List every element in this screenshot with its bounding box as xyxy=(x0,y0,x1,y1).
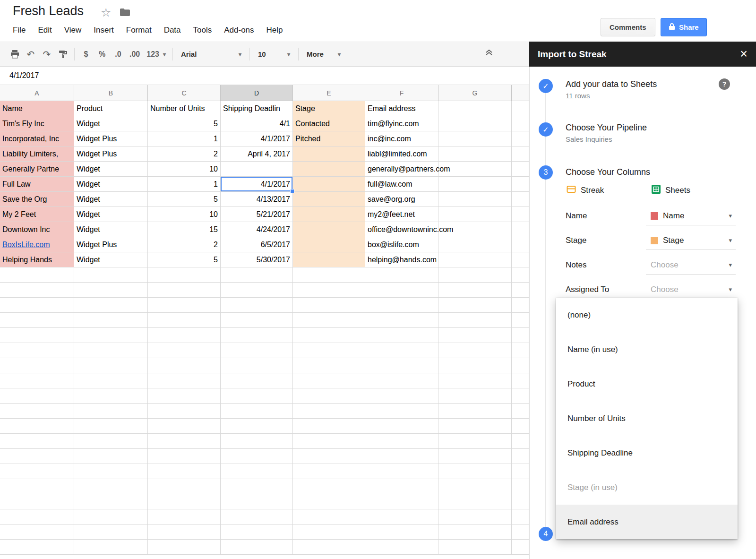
dropdown-item-product[interactable]: Product xyxy=(556,367,738,401)
cell-C30[interactable] xyxy=(148,540,221,555)
cell-D19[interactable] xyxy=(221,373,293,388)
cell-C23[interactable] xyxy=(148,434,221,449)
cell-G20[interactable] xyxy=(438,388,512,404)
cell-E24[interactable] xyxy=(293,449,365,464)
cell-F8[interactable]: my2@feet.net xyxy=(365,207,438,222)
cell-E30[interactable] xyxy=(293,540,365,555)
cell-E6[interactable] xyxy=(293,177,365,192)
cell-D20[interactable] xyxy=(221,388,293,404)
cell-A12[interactable] xyxy=(0,267,74,283)
cell-E12[interactable] xyxy=(293,267,365,283)
cell-A17[interactable] xyxy=(0,343,74,358)
cell-H27[interactable] xyxy=(512,494,529,509)
cell-A7[interactable]: Save the Org xyxy=(0,192,74,207)
cell-F20[interactable] xyxy=(365,388,438,404)
cell-B19[interactable] xyxy=(74,373,148,388)
cell-H8[interactable] xyxy=(512,207,529,222)
cell-E25[interactable] xyxy=(293,464,365,479)
decrease-decimals-button[interactable]: .0 xyxy=(110,46,126,63)
cell-D21[interactable] xyxy=(221,404,293,419)
mapping-select-stage[interactable]: Stage▾ xyxy=(646,231,736,250)
cell-F15[interactable] xyxy=(365,313,438,328)
cell-H19[interactable] xyxy=(512,373,529,388)
menu-tools[interactable]: Tools xyxy=(187,23,218,38)
cell-F22[interactable] xyxy=(365,419,438,434)
paint-format-icon[interactable] xyxy=(55,46,71,63)
cell-E16[interactable] xyxy=(293,328,365,343)
cell-D28[interactable] xyxy=(221,509,293,525)
cell-G15[interactable] xyxy=(438,313,512,328)
cell-C11[interactable]: 5 xyxy=(148,252,221,267)
cell-E19[interactable] xyxy=(293,373,365,388)
dropdown-item-none[interactable]: (none) xyxy=(556,298,738,332)
cell-D22[interactable] xyxy=(221,419,293,434)
cell-G14[interactable] xyxy=(438,298,512,313)
cell-D24[interactable] xyxy=(221,449,293,464)
menu-format[interactable]: Format xyxy=(120,23,158,38)
cell-D26[interactable] xyxy=(221,479,293,494)
cell-D12[interactable] xyxy=(221,267,293,283)
cell-H25[interactable] xyxy=(512,464,529,479)
cell-F26[interactable] xyxy=(365,479,438,494)
cell-H7[interactable] xyxy=(512,192,529,207)
cell-H12[interactable] xyxy=(512,267,529,283)
cell-G27[interactable] xyxy=(438,494,512,509)
cell-E11[interactable] xyxy=(293,252,365,267)
cell-F7[interactable]: save@org.org xyxy=(365,192,438,207)
collapse-toolbar-icon[interactable] xyxy=(485,49,493,58)
cell-F3[interactable]: inc@inc.com xyxy=(365,131,438,146)
cell-G22[interactable] xyxy=(438,419,512,434)
cell-B21[interactable] xyxy=(74,404,148,419)
cell-H18[interactable] xyxy=(512,358,529,373)
cell-B13[interactable] xyxy=(74,283,148,298)
cell-F25[interactable] xyxy=(365,464,438,479)
cell-H21[interactable] xyxy=(512,404,529,419)
cell-B7[interactable]: Widget xyxy=(74,192,148,207)
mapping-select-assigned-to[interactable]: Choose▾ xyxy=(646,280,736,299)
cell-H22[interactable] xyxy=(512,419,529,434)
cell-A23[interactable] xyxy=(0,434,74,449)
increase-decimals-button[interactable]: .00 xyxy=(126,46,143,63)
cell-F17[interactable] xyxy=(365,343,438,358)
cell-E23[interactable] xyxy=(293,434,365,449)
cell-G30[interactable] xyxy=(438,540,512,555)
cell-B25[interactable] xyxy=(74,464,148,479)
column-header-E[interactable]: E xyxy=(293,85,365,101)
share-button[interactable]: Share xyxy=(661,18,707,36)
cell-C24[interactable] xyxy=(148,449,221,464)
document-title[interactable]: Fresh Leads xyxy=(13,4,84,18)
cell-B22[interactable] xyxy=(74,419,148,434)
column-header-A[interactable]: A xyxy=(0,85,74,101)
cell-G12[interactable] xyxy=(438,267,512,283)
cell-C3[interactable]: 1 xyxy=(148,131,221,146)
cell-C5[interactable]: 10 xyxy=(148,162,221,177)
cell-H9[interactable] xyxy=(512,222,529,237)
cell-E3[interactable]: Pitched xyxy=(293,131,365,146)
print-icon[interactable] xyxy=(7,46,23,63)
cell-B18[interactable] xyxy=(74,358,148,373)
cell-D29[interactable] xyxy=(221,525,293,540)
cell-A6[interactable]: Full Law xyxy=(0,177,74,192)
cell-C21[interactable] xyxy=(148,404,221,419)
cell-B14[interactable] xyxy=(74,298,148,313)
cell-A27[interactable] xyxy=(0,494,74,509)
cell-F18[interactable] xyxy=(365,358,438,373)
more-formats-button[interactable]: 123 ▾ xyxy=(143,46,169,63)
cell-D13[interactable] xyxy=(221,283,293,298)
cell-F13[interactable] xyxy=(365,283,438,298)
cell-D2[interactable]: 4/1 xyxy=(221,116,293,131)
star-icon[interactable]: ☆ xyxy=(101,6,111,19)
cell-F9[interactable]: office@downtowninc.com xyxy=(365,222,438,237)
cell-E18[interactable] xyxy=(293,358,365,373)
cell-F14[interactable] xyxy=(365,298,438,313)
cell-F10[interactable]: box@islife.com xyxy=(365,237,438,252)
cell-F5[interactable]: generally@partners.com xyxy=(365,162,438,177)
cell-C19[interactable] xyxy=(148,373,221,388)
cell-G28[interactable] xyxy=(438,509,512,525)
cell-G10[interactable] xyxy=(438,237,512,252)
cell-C9[interactable]: 15 xyxy=(148,222,221,237)
cell-C7[interactable]: 5 xyxy=(148,192,221,207)
cell-E1[interactable]: Stage xyxy=(293,101,365,116)
cell-F2[interactable]: tim@flyinc.com xyxy=(365,116,438,131)
cell-D11[interactable]: 5/30/2017 xyxy=(221,252,293,267)
